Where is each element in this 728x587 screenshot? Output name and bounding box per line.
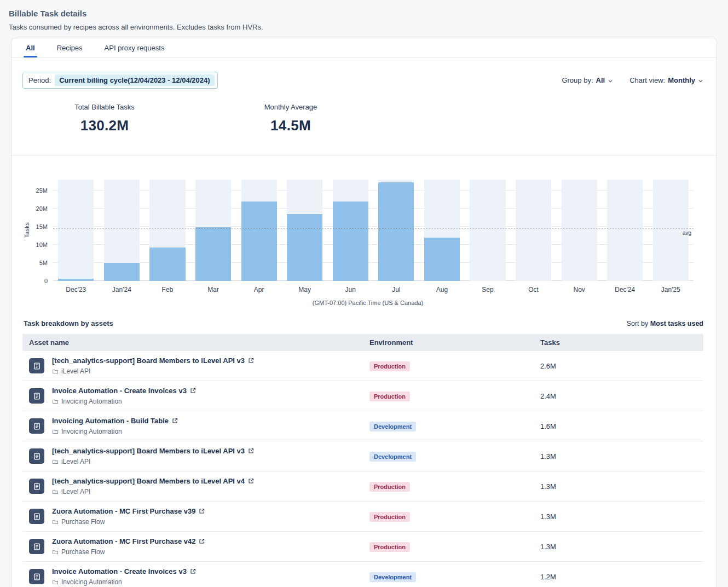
table-row: Zuora Automation - MC First Purchase v39… [22,502,703,532]
column-stripe [607,180,643,281]
asset-name-link[interactable]: Invoice Automation - Create Invoices v3 [52,387,196,395]
asset-name-link[interactable]: Zuora Automation - MC First Purchase v39 [52,507,205,515]
environment-badge: Production [369,392,410,401]
sort-control[interactable]: Sort by Most tasks used [627,320,703,327]
stats-row: Total Billable Tasks 130.2M Monthly Aver… [11,89,717,155]
asset-name-block: Invoice Automation - Create Invoices v3 … [52,387,196,405]
project-row: iLevel API [52,367,254,375]
recipe-icon [29,418,44,434]
asset-name-block: Zuora Automation - MC First Purchase v42… [52,537,205,556]
month-column-feb: Feb [145,180,190,281]
y-tick-label: 10M [36,241,48,248]
asset-name-block: Invoice Automation - Create Invoices v3 … [52,567,196,586]
chart-view-dropdown[interactable]: Chart view: Monthly [629,76,703,84]
column-stripe [58,180,94,281]
bar-jul[interactable] [378,182,414,281]
column-header-tasks: Tasks [534,334,703,351]
asset-name-link[interactable]: Invoice Automation - Create Invoices v3 [52,567,196,576]
bar-jun[interactable] [333,202,368,281]
table-row: [tech_analytics-support] Board Members t… [22,351,703,381]
tab-api-proxy-requests[interactable]: API proxy requests [103,38,166,57]
group-by-dropdown[interactable]: Group by: All [562,76,613,84]
asset-name-block: [tech_analytics-support] Board Members t… [52,447,254,465]
asset-name-block: Invoicing Automation - Build Table Invoi… [52,417,178,435]
y-axis-ticks: 05M10M15M20M25M [31,180,53,281]
asset-name-link[interactable]: [tech_analytics-support] Board Members t… [52,477,254,485]
timezone-caption: (GMT-07:00) Pacific Time (US & Canada) [22,300,694,306]
bar-mar[interactable] [195,227,231,281]
external-link-icon [248,478,254,484]
bar-dec23[interactable] [58,279,94,281]
stat-value: 130.2M [11,117,198,134]
stat-total-billable-tasks: Total Billable Tasks 130.2M [11,103,198,134]
recipe-icon [29,479,44,494]
bar-aug[interactable] [424,238,460,281]
environment-cell: Production [363,391,534,401]
month-column-jun: Jun [327,180,373,281]
y-axis-label-wrap: Tasks [22,180,31,281]
tab-all[interactable]: All [25,38,36,57]
tab-recipes[interactable]: Recipes [56,38,84,57]
asset-name-cell: Zuora Automation - MC First Purchase v42… [22,537,363,556]
asset-name-block: [tech_analytics-support] Board Members t… [52,356,254,375]
environment-badge: Production [369,512,410,522]
y-tick-label: 5M [39,260,48,266]
period-filter[interactable]: Period: Current billing cycle(12/04/2023… [22,72,218,89]
group-by-label: Group by: [562,76,593,84]
bar-feb[interactable] [149,248,185,281]
month-column-oct: Oct [511,180,557,281]
asset-name-link[interactable]: [tech_analytics-support] Board Members t… [52,447,254,455]
asset-table: Asset name Environment Tasks [tech_analy… [22,334,703,587]
table-header: Asset name Environment Tasks [22,334,703,351]
project-name: iLevel API [61,458,90,465]
project-name: Purchase Flow [61,518,105,526]
column-stripe [470,180,505,281]
table-row: [tech_analytics-support] Board Members t… [22,471,703,502]
tasks-cell: 1.3M [534,513,703,521]
project-icon [52,519,59,525]
project-row: Invoicing Automation [52,578,196,586]
tasks-cell: 1.3M [534,452,703,461]
y-tick-label: 25M [36,187,48,194]
chart-controls: Group by: All Chart view: Monthly [562,76,703,84]
tabs: AllRecipesAPI proxy requests [11,38,717,57]
asset-name-link[interactable]: [tech_analytics-support] Board Members t… [52,356,254,365]
project-name: iLevel API [61,367,90,375]
tasks-cell: 1.6M [534,422,703,430]
table-row: Invoice Automation - Create Invoices v3 … [22,381,703,411]
recipe-icon [29,388,44,404]
asset-name-link[interactable]: Zuora Automation - MC First Purchase v42 [52,537,205,545]
asset-name-link[interactable]: Invoicing Automation - Build Table [52,417,178,425]
project-icon [52,579,59,585]
column-stripe [562,180,597,281]
bar-jan24[interactable] [104,263,140,281]
environment-cell: Development [363,421,534,431]
environment-cell: Development [363,572,534,582]
asset-name-cell: [tech_analytics-support] Board Members t… [22,447,363,465]
table-row: [tech_analytics-support] Board Members t… [22,441,703,471]
asset-name-cell: Invoice Automation - Create Invoices v3 … [22,567,363,586]
environment-cell: Production [363,481,534,492]
stat-label: Total Billable Tasks [11,103,198,111]
project-icon [52,458,59,465]
project-name: Invoicing Automation [61,578,122,586]
table-row: Invoice Automation - Create Invoices v3 … [22,562,703,587]
stat-label: Monthly Average [198,103,384,111]
chart-view-label: Chart view: [629,76,665,84]
bar-apr[interactable] [241,202,277,281]
project-row: iLevel API [52,458,254,465]
sort-label: Sort by [627,320,649,327]
average-line-label: avg [683,230,691,236]
bar-may[interactable] [287,214,322,281]
recipe-icon [29,509,44,524]
month-column-apr: Apr [236,180,282,281]
project-icon [52,398,59,405]
recipe-icon [29,569,44,584]
asset-name-cell: Invoicing Automation - Build Table Invoi… [22,417,363,435]
bar-chart: Tasks 05M10M15M20M25M Dec'23Jan'24FebMar… [11,155,717,306]
month-column-jul: Jul [373,180,419,281]
page-title: Billable Task details [9,9,719,18]
environment-badge: Production [369,361,410,371]
project-icon [52,549,59,555]
plot-area: Dec'23Jan'24FebMarAprMayJunJulAugSepOctN… [53,180,694,281]
